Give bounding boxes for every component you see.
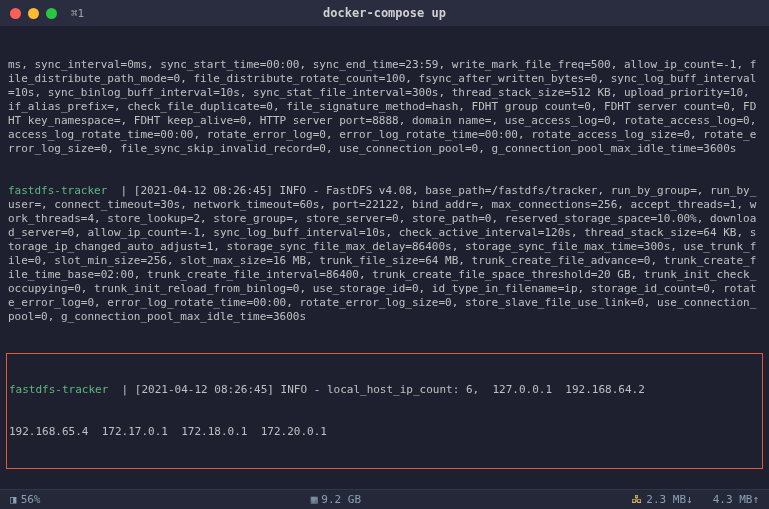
memory-status: ▦ 9.2 GB [311, 493, 361, 506]
cpu-value: 56% [21, 493, 41, 506]
network-down-icon: 🖧 [631, 493, 642, 506]
window-title: docker-compose up [323, 6, 446, 20]
window-controls [10, 8, 57, 19]
status-bar: ◨ 56% ▦ 9.2 GB 🖧 2.3 MB↓ 4.3 MB↑ [0, 489, 769, 509]
minimize-icon[interactable] [28, 8, 39, 19]
cpu-icon: ◨ [10, 493, 17, 506]
highlighted-log: fastdfs-tracker | [2021-04-12 08:26:45] … [6, 353, 763, 469]
log-line: fastdfs-tracker | [2021-04-12 08:26:45] … [8, 184, 761, 324]
tab-label[interactable]: ⌘1 [71, 7, 84, 20]
log-line: fastdfs-tracker | [2021-04-12 08:26:45] … [9, 383, 760, 397]
titlebar: ⌘1 docker-compose up [0, 0, 769, 26]
service-tag: fastdfs-tracker [9, 383, 122, 396]
network-down-status: 🖧 2.3 MB↓ [631, 493, 692, 506]
log-text: | [2021-04-12 08:26:45] INFO - local_hos… [122, 383, 645, 396]
maximize-icon[interactable] [46, 8, 57, 19]
network-up-status: 4.3 MB↑ [713, 493, 759, 506]
close-icon[interactable] [10, 8, 21, 19]
log-text: | [2021-04-12 08:26:45] INFO - FastDFS v… [8, 184, 756, 323]
log-line: ms, sync_interval=0ms, sync_start_time=0… [8, 58, 761, 156]
memory-icon: ▦ [311, 493, 318, 506]
cpu-status: ◨ 56% [10, 493, 41, 506]
network-up-value: 4.3 MB↑ [713, 493, 759, 506]
terminal-output[interactable]: ms, sync_interval=0ms, sync_start_time=0… [0, 26, 769, 509]
service-tag: fastdfs-tracker [8, 184, 121, 197]
log-line: 192.168.65.4 172.17.0.1 172.18.0.1 172.2… [9, 425, 760, 439]
network-down-value: 2.3 MB↓ [646, 493, 692, 506]
memory-value: 9.2 GB [321, 493, 361, 506]
